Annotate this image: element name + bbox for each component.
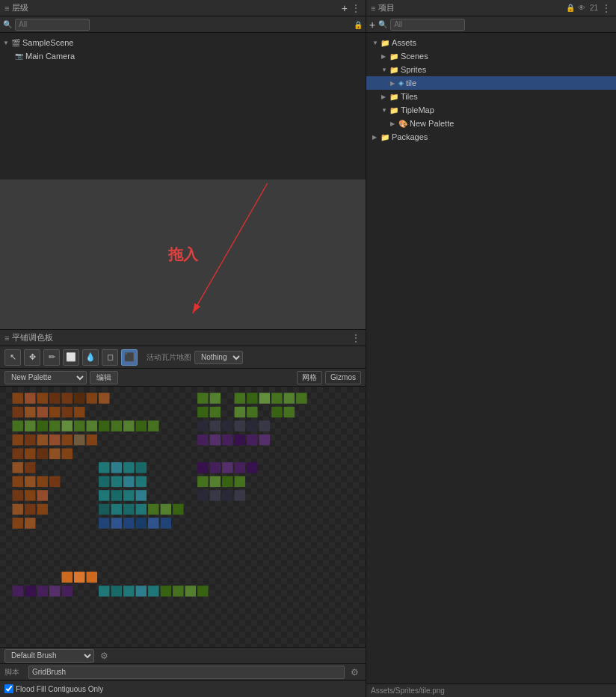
- assets-arrow-icon: ▼: [372, 40, 378, 46]
- svg-rect-33: [49, 420, 60, 431]
- svg-rect-84: [136, 476, 147, 487]
- svg-rect-57: [222, 435, 232, 445]
- proj-item-assets[interactable]: ▼ 📁 Assets: [366, 36, 616, 49]
- svg-rect-21: [49, 407, 60, 417]
- svg-rect-127: [111, 586, 122, 596]
- svg-rect-39: [123, 420, 134, 431]
- svg-rect-55: [197, 435, 208, 445]
- svg-rect-56: [210, 435, 221, 445]
- project-header: ≡ 项目 🔒 👁 21 ⋮: [366, 0, 616, 16]
- proj-item-packages[interactable]: ▶ 📁 Packages: [366, 130, 616, 144]
- fill-tool-button[interactable]: ⬛: [121, 349, 138, 366]
- brush-settings-button[interactable]: ⚙: [97, 649, 111, 663]
- proj-item-tiplemap[interactable]: ▼ 📁 TipleMap: [366, 103, 616, 117]
- flood-fill-label[interactable]: Flood Fill Contiguous Only: [4, 684, 103, 693]
- hierarchy-toolbar: 🔍 🔒: [0, 16, 366, 33]
- svg-rect-45: [235, 420, 245, 431]
- palette-name-dropdown[interactable]: New Palette: [4, 371, 87, 384]
- svg-rect-93: [111, 490, 122, 500]
- left-panel: ≡ 层级 + ⋮ 🔍 🔒: [0, 0, 366, 697]
- grid-button[interactable]: 网格: [297, 371, 322, 384]
- svg-rect-48: [13, 435, 23, 445]
- flood-fill-row: Flood Fill Contiguous Only: [0, 681, 366, 697]
- proj-item-sprites[interactable]: ▼ 📁 Sprites: [366, 63, 616, 76]
- svg-rect-105: [123, 504, 134, 515]
- svg-rect-20: [37, 407, 48, 417]
- svg-rect-90: [25, 490, 35, 500]
- hierarchy-search-input[interactable]: [15, 19, 90, 31]
- tiles-arrow-icon: ▶: [381, 93, 387, 100]
- hierarchy-add-button[interactable]: +: [342, 3, 348, 13]
- svg-rect-19: [25, 407, 35, 417]
- tile-sprites-svg: [0, 387, 366, 647]
- svg-rect-36: [87, 420, 97, 431]
- tilemap-label: 活动瓦片地图: [147, 352, 191, 363]
- svg-rect-28: [271, 407, 282, 417]
- gizmos-button[interactable]: Gizmos: [325, 371, 361, 384]
- three-bars-proj-icon: ≡: [371, 4, 375, 13]
- project-title: 项目: [378, 2, 395, 13]
- sprites-folder-icon: 📁: [389, 66, 398, 74]
- box-tool-button[interactable]: ⬜: [63, 349, 79, 366]
- proj-menu-icon[interactable]: ⋮: [601, 2, 612, 14]
- script-settings-button[interactable]: ⚙: [348, 666, 361, 679]
- select-tool-button[interactable]: ↖: [4, 349, 21, 366]
- svg-rect-64: [49, 449, 60, 459]
- flood-fill-checkbox[interactable]: [4, 684, 13, 693]
- svg-rect-73: [210, 462, 221, 473]
- svg-rect-124: [49, 586, 60, 596]
- pick-tool-button[interactable]: 💧: [82, 349, 99, 366]
- svg-rect-121: [13, 586, 23, 596]
- tile-sprite-icon: ◈: [398, 79, 404, 87]
- svg-rect-128: [123, 586, 134, 596]
- erase-tool-button[interactable]: ◻: [102, 349, 118, 366]
- script-label: 脚本: [4, 667, 25, 678]
- project-add-button[interactable]: +: [369, 19, 375, 30]
- tile-label: tile: [406, 79, 416, 87]
- sprites-arrow-icon: ▼: [381, 67, 387, 73]
- svg-rect-79: [37, 476, 48, 487]
- svg-rect-69: [111, 462, 122, 473]
- tile-grid-area[interactable]: [0, 387, 366, 647]
- svg-rect-126: [99, 586, 109, 596]
- project-search-input[interactable]: [390, 19, 465, 31]
- proj-lock-icon: 🔒: [566, 4, 575, 12]
- edit-button[interactable]: 编辑: [90, 371, 118, 384]
- hierarchy-title: 层级: [12, 2, 28, 13]
- paint-tool-button[interactable]: ✏: [43, 349, 60, 366]
- svg-rect-15: [271, 393, 282, 403]
- camera-icon: 📷: [15, 52, 23, 60]
- new-palette-label: New Palette: [410, 119, 454, 128]
- scene-item[interactable]: ▼ 🎬 SampleScene: [0, 36, 366, 49]
- svg-rect-96: [197, 490, 208, 500]
- tilemap-dropdown[interactable]: Nothing: [194, 351, 243, 364]
- svg-rect-25: [210, 407, 221, 417]
- camera-item[interactable]: 📷 Main Camera: [0, 49, 366, 63]
- proj-item-tiles[interactable]: ▶ 📁 Tiles: [366, 90, 616, 103]
- script-field[interactable]: [28, 666, 345, 679]
- move-tool-button[interactable]: ✥: [24, 349, 40, 366]
- proj-item-tile[interactable]: ▶ ◈ tile: [366, 76, 616, 90]
- svg-rect-65: [62, 449, 73, 459]
- svg-rect-61: [13, 449, 23, 459]
- proj-item-scenes[interactable]: ▶ 📁 Scenes: [366, 49, 616, 63]
- svg-rect-101: [25, 504, 35, 515]
- hierarchy-menu-icon[interactable]: ⋮: [351, 2, 361, 14]
- brush-dropdown[interactable]: Default Brush: [4, 649, 94, 663]
- svg-rect-11: [210, 393, 221, 403]
- svg-rect-115: [136, 518, 147, 528]
- svg-rect-82: [111, 476, 122, 487]
- scenes-label: Scenes: [401, 52, 428, 61]
- proj-item-new-palette[interactable]: ▶ 🎨 New Palette: [366, 117, 616, 130]
- svg-rect-116: [148, 518, 158, 528]
- svg-rect-72: [197, 462, 208, 473]
- svg-rect-50: [37, 435, 48, 445]
- new-palette-arrow-icon: ▶: [390, 120, 396, 127]
- svg-rect-89: [13, 490, 23, 500]
- brush-row: Default Brush ⚙: [0, 648, 366, 664]
- svg-rect-130: [148, 586, 158, 596]
- svg-rect-13: [247, 393, 257, 403]
- palette-menu-icon[interactable]: ⋮: [351, 332, 361, 344]
- svg-rect-63: [37, 449, 48, 459]
- svg-rect-10: [197, 393, 208, 403]
